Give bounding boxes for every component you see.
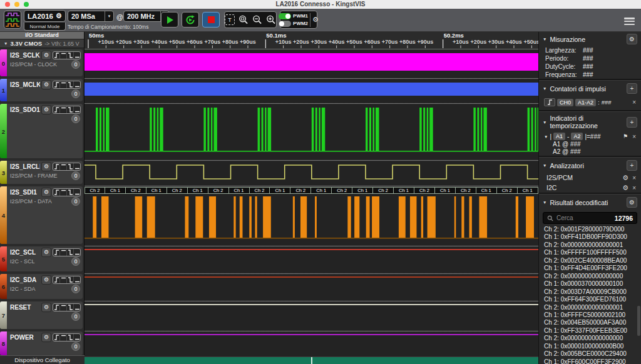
analyzers-section-header[interactable]: ▼ Analizzatori + [539, 158, 641, 173]
timing-markers-section-header[interactable]: ▼ Indicatori di temporizzazione + [539, 112, 641, 131]
channel-block-RESET[interactable]: 7RESET⚙0 [0, 301, 83, 329]
waveform-lane-I2S_SDI1[interactable]: Ch 2Ch 1Ch 2Ch 1Ch 2Ch 1Ch 2Ch 1Ch 2Ch 1… [85, 187, 538, 245]
decoded-result-entry[interactable]: Ch 1: 0xFF4D4E00FF3FE200 [544, 265, 641, 272]
decoded-result-entry[interactable]: Ch 1: 0xFF600C00FF3F2900 [544, 358, 641, 364]
trigger-low-level-button[interactable] [73, 106, 80, 113]
trigger-low-level-button[interactable] [73, 276, 80, 283]
channel-settings-button[interactable]: ⚙ [41, 303, 51, 312]
trigger-rising-edge-button[interactable] [53, 106, 59, 113]
start-capture-button[interactable] [161, 12, 178, 28]
trigger-rising-edge-button[interactable] [53, 52, 59, 59]
waveform-lane-RESET[interactable] [85, 302, 538, 330]
decoded-result-entry[interactable]: Ch 1: 0xFFFFF100FFFFF500 [544, 249, 641, 256]
trigger-low-level-button[interactable] [73, 52, 80, 59]
trigger-falling-edge-button[interactable] [66, 189, 73, 196]
trigger-rising-edge-button[interactable] [53, 81, 59, 88]
channel-block-I2S_LRCLK1[interactable]: 3I2S_LRCLK1⚙I2S/PCM - FRAME0 [0, 161, 83, 184]
time-ruler[interactable]: 50ms+10us+20us+30us+40us+50us+60us+70us+… [85, 31, 538, 48]
waveform-lane-I2S_LRCLK1[interactable] [85, 161, 538, 185]
text-select-tool-button[interactable]: T [225, 14, 235, 25]
pulse-counters-section-header[interactable]: ▼ Contatori di impulsi + [539, 81, 641, 96]
trigger-low-level-button[interactable] [73, 163, 80, 170]
waveform-lane-I2S_SCLK1[interactable] [85, 50, 538, 78]
add-marker-button[interactable]: + [627, 117, 637, 128]
trigger-low-level-button[interactable] [73, 81, 80, 88]
decoded-result-entry[interactable]: Ch 2: 0x002CE400008BEA00 [544, 257, 641, 265]
measurement-section-header[interactable]: ▼ Misurazione ⚙ [539, 31, 641, 46]
waveform-lane-I2C_SCL[interactable] [85, 247, 538, 273]
remove-marker-button[interactable]: × [632, 133, 636, 140]
trigger-falling-edge-button[interactable] [66, 249, 73, 256]
analyzer-settings-button[interactable]: ⚙ [622, 185, 628, 191]
channel-block-I2S_SDO1[interactable]: 2I2S_SDO1⚙0 [0, 104, 83, 158]
trigger-high-level-button[interactable] [59, 189, 66, 196]
trigger-rising-edge-button[interactable] [53, 163, 59, 170]
channel-settings-button[interactable]: ⚙ [41, 333, 51, 342]
scrollbar-thumb[interactable] [637, 306, 640, 336]
sample-depth-dropdown[interactable]: 20 MSa ▼ [68, 11, 114, 22]
analyzer-row-I2S/PCM[interactable]: I2S/PCM⚙× [539, 173, 641, 183]
trigger-high-level-button[interactable] [59, 334, 66, 341]
trigger-low-level-button[interactable] [73, 334, 80, 341]
trigger-falling-edge-button[interactable] [66, 163, 73, 170]
channel-settings-button[interactable]: ⚙ [41, 188, 51, 197]
trigger-rising-edge-button[interactable] [53, 304, 59, 311]
measurement-settings-button[interactable]: ⚙ [627, 34, 637, 44]
analyzer-settings-button[interactable]: ⚙ [622, 174, 628, 181]
pwm2-toggle[interactable] [279, 21, 291, 27]
decoded-result-entry[interactable]: Ch 2: 0x0000000000000000 [544, 335, 641, 342]
overview-position-marker[interactable] [311, 357, 312, 364]
decoded-result-entry[interactable]: Ch 2: 0x001F28000079D000 [544, 226, 641, 233]
zoom-in-button[interactable] [266, 14, 276, 25]
analyzer-row-I2C[interactable]: I2C⚙× [539, 183, 641, 193]
decoded-result-entry[interactable]: Ch 2: 0x003D7A00009CB000 [544, 288, 641, 296]
remove-analyzer-button[interactable]: × [632, 185, 636, 191]
trigger-falling-edge-button[interactable] [66, 52, 73, 59]
channel-settings-button[interactable]: ⚙ [41, 105, 51, 114]
decoded-result-entry[interactable]: Ch 2: 0x0000000000000001 [544, 304, 641, 311]
device-selector[interactable]: LA2016 ⚙ [24, 10, 66, 22]
trigger-falling-edge-button[interactable] [66, 276, 73, 283]
decoded-result-entry[interactable]: Ch 1: 0x0000100000000B00 [544, 343, 641, 350]
trigger-rising-edge-button[interactable] [53, 334, 59, 341]
stop-capture-button[interactable] [202, 12, 220, 28]
marker-a1-chip[interactable]: A1 [553, 133, 565, 140]
loop-capture-button[interactable] [182, 12, 199, 28]
channel-block-POWER[interactable]: 8POWER⚙0 [0, 331, 83, 355]
channel-block-I2S_SDI1[interactable]: 4I2S_SDI1⚙I2S/PCM - DATA0 [0, 186, 83, 244]
decoded-result-entry[interactable]: Ch 2: 0x004EB50000AF3A00 [544, 319, 641, 326]
trigger-falling-edge-button[interactable] [66, 106, 73, 113]
trigger-high-level-button[interactable] [59, 249, 66, 256]
decoded-result-entry[interactable]: Ch 1: 0xFF41DB00FF90D300 [544, 233, 641, 241]
pwm-settings-button[interactable]: ⚙ [310, 13, 319, 27]
channel-block-I2C_SDA[interactable]: 6I2C_SDA⚙I2C - SDA0 [0, 274, 83, 299]
trigger-high-level-button[interactable] [59, 304, 66, 311]
channel-block-I2C_SCL[interactable]: 5I2C_SCL⚙I2C - SCL0 [0, 246, 83, 271]
decoded-result-entry[interactable]: Ch 2: 0x0000000000000001 [544, 241, 641, 249]
decoded-result-entry[interactable]: Ch 1: 0xFFFFC50000002100 [544, 311, 641, 319]
decoded-results-settings-button[interactable]: ⚙ [627, 197, 637, 208]
channel-block-I2S_MCLK1[interactable]: 1I2S_MCLK1⚙0 [0, 79, 83, 101]
decoded-result-entry[interactable]: Ch 2: 0x005BCE0000C29400 [544, 350, 641, 358]
marker-a2-chip[interactable]: A2 [571, 133, 583, 140]
pwm1-toggle[interactable] [279, 13, 291, 19]
decoded-result-entry[interactable]: Ch 1: 0xFF337F00FEEB3E00 [544, 327, 641, 335]
channel-settings-button[interactable]: ⚙ [41, 80, 51, 89]
remove-counter-button[interactable]: × [632, 99, 636, 106]
trigger-rising-edge-button[interactable] [53, 276, 59, 283]
channel-settings-button[interactable]: ⚙ [41, 275, 51, 285]
waveform-lane-I2C_SDA[interactable] [85, 275, 538, 300]
counter-range-chip[interactable]: A1-A2 [575, 99, 596, 106]
add-counter-button[interactable]: + [627, 83, 637, 94]
add-analyzer-button[interactable]: + [627, 160, 637, 171]
zoom-selection-button[interactable] [238, 14, 249, 25]
trigger-high-level-button[interactable] [59, 276, 66, 283]
channel-block-I2S_SCLK1[interactable]: 0I2S_SCLK1⚙I2S/PCM - CLOCK0 [0, 49, 83, 76]
device-settings-icon[interactable]: ⚙ [56, 13, 62, 19]
zoom-out-button[interactable] [252, 14, 262, 25]
search-input[interactable] [556, 215, 612, 221]
mode-selector[interactable]: Normal Mode [24, 23, 66, 31]
edge-type-chip[interactable] [544, 98, 555, 106]
menu-button[interactable] [624, 18, 635, 25]
counter-channel-chip[interactable]: CH0 [557, 99, 573, 106]
